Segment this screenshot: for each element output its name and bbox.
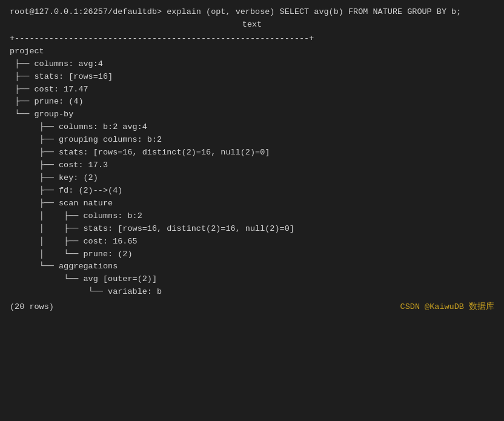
tree-line: │ ├── columns: b:2 bbox=[10, 210, 494, 223]
footer-line: (20 rows) CSDN @KaiwuDB 数据库 bbox=[10, 301, 494, 314]
tree-output: project ├── columns: avg:4 ├── stats: [r… bbox=[10, 45, 494, 299]
column-header: text bbox=[10, 19, 494, 31]
tree-line: ├── scan nature bbox=[10, 197, 494, 210]
tree-line: │ ├── cost: 16.65 bbox=[10, 236, 494, 248]
terminal-container: root@127.0.0.1:26257/defaultdb> explain … bbox=[10, 6, 494, 421]
footer-brand: CSDN @KaiwuDB 数据库 bbox=[400, 301, 494, 314]
tree-line: ├── stats: [rows=16, distinct(2)=16, nul… bbox=[10, 147, 494, 159]
tree-line: project bbox=[10, 45, 494, 58]
tree-line: └── group-by bbox=[10, 108, 494, 121]
tree-line: │ ├── stats: [rows=16, distinct(2)=16, n… bbox=[10, 223, 494, 236]
footer-rows: (20 rows) bbox=[10, 301, 54, 314]
prompt-line: root@127.0.0.1:26257/defaultdb> explain … bbox=[10, 6, 494, 19]
tree-line: ├── grouping columns: b:2 bbox=[10, 134, 494, 147]
tree-line: ├── key: (2) bbox=[10, 172, 494, 185]
tree-line: ├── fd: (2)-->(4) bbox=[10, 185, 494, 197]
tree-line: ├── stats: [rows=16] bbox=[10, 71, 494, 84]
tree-line: ├── columns: avg:4 bbox=[10, 58, 494, 71]
tree-line: └── avg [outer=(2)] bbox=[10, 273, 494, 286]
tree-line: ├── prune: (4) bbox=[10, 96, 494, 108]
tree-line: └── aggregations bbox=[10, 260, 494, 273]
tree-line: └── variable: b bbox=[10, 286, 494, 299]
tree-line: │ └── prune: (2) bbox=[10, 248, 494, 261]
tree-line: ├── cost: 17.47 bbox=[10, 84, 494, 96]
separator-top: +---------------------------------------… bbox=[10, 33, 494, 45]
tree-line: ├── columns: b:2 avg:4 bbox=[10, 121, 494, 134]
tree-line: ├── cost: 17.3 bbox=[10, 159, 494, 172]
